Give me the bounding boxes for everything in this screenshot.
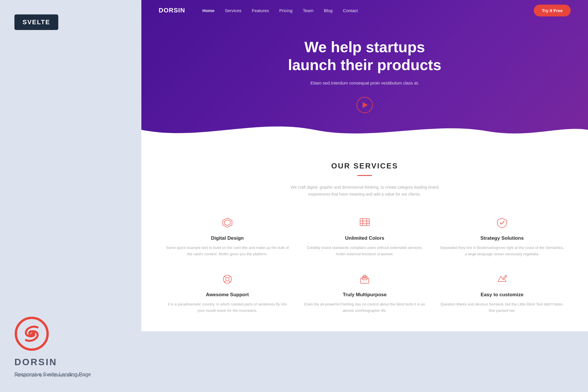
section-divider	[357, 175, 372, 176]
nav-logo: DORSIN	[159, 7, 185, 14]
hero-body: We help startups launch their products E…	[141, 21, 588, 119]
nav-link-pricing[interactable]: Pricing	[279, 8, 293, 13]
service-desc-3: Separated they live in Bookmarksgrove ri…	[439, 245, 565, 257]
svg-marker-2	[224, 220, 230, 226]
powered-by-text: POWERED BY THEMESBRAND	[14, 373, 83, 378]
service-card-easy-customize: Easy to customize Question Marks and dev…	[439, 272, 565, 314]
services-description: We craft digital, graphic and dimensiona…	[284, 184, 445, 198]
service-name-4: Awesome Support	[164, 292, 290, 298]
service-card-truly-multipurpose: Truly Multipurpose Even the all-powerful…	[302, 272, 428, 314]
hero-subtitle: Etiam sed.Interdum consequat proin vesti…	[147, 80, 582, 85]
service-name-5: Truly Multipurpose	[302, 292, 428, 298]
main-content: DORSIN Home Services Features Pricing Te…	[141, 0, 588, 392]
hero-title: We help startups launch their products	[278, 38, 451, 74]
strategy-solutions-icon	[495, 215, 510, 230]
nav-link-team[interactable]: Team	[303, 8, 314, 13]
brand-name: DORSIN	[14, 357, 57, 367]
hero-section: DORSIN Home Services Features Pricing Te…	[141, 0, 588, 141]
services-section: OUR SERVICES We craft digital, graphic a…	[141, 141, 588, 331]
play-button[interactable]	[357, 97, 373, 113]
svg-rect-14	[361, 278, 369, 283]
navbar: DORSIN Home Services Features Pricing Te…	[141, 0, 588, 21]
svg-rect-3	[360, 219, 369, 226]
wave-separator	[141, 118, 588, 141]
service-desc-2: Credibly brand standards compliant users…	[302, 245, 428, 257]
left-brand: DORSIN Responsive Svelte Landing Page	[14, 316, 91, 378]
service-desc-1: Some quick example text to build on the …	[164, 245, 290, 257]
unlimited-colors-icon	[357, 215, 372, 230]
service-desc-6: Question Marks and devious Semikoli, but…	[439, 301, 565, 314]
svelte-logo-icon	[14, 316, 49, 351]
nav-link-home[interactable]: Home	[203, 8, 215, 13]
service-card-strategy-solutions: Strategy Solutions Separated they live i…	[439, 215, 565, 257]
service-card-awesome-support: Awesome Support It is a paradisematic co…	[164, 272, 290, 314]
awesome-support-icon	[220, 272, 235, 287]
svg-point-9	[226, 277, 229, 281]
truly-multipurpose-icon	[357, 272, 372, 287]
service-name-3: Strategy Solutions	[439, 235, 565, 241]
nav-link-features[interactable]: Features	[252, 8, 269, 13]
svelte-badge: SVELTE	[14, 14, 58, 30]
services-title: OUR SERVICES	[164, 162, 565, 170]
svg-line-17	[503, 277, 504, 278]
service-card-unlimited-colors: Unlimited Colors Credibly brand standard…	[302, 215, 428, 257]
nav-link-services[interactable]: Services	[225, 8, 241, 13]
service-desc-4: It is a paradisematic country, in which …	[164, 301, 290, 314]
easy-customize-icon	[495, 272, 510, 287]
left-panel: SVELTE DORSIN Responsive Svelte Landing …	[0, 0, 141, 392]
service-name-2: Unlimited Colors	[302, 235, 428, 241]
nav-links: Home Services Features Pricing Team Blog…	[203, 8, 534, 13]
digital-design-icon	[220, 215, 235, 230]
service-name-1: Digital Design	[164, 235, 290, 241]
try-free-button[interactable]: Try it Free	[534, 5, 571, 16]
services-grid: Digital Design Some quick example text t…	[164, 215, 565, 314]
svg-marker-1	[223, 218, 232, 227]
service-name-6: Easy to customize	[439, 292, 565, 298]
service-desc-5: Even the all-powerful Pointing has no co…	[302, 301, 428, 314]
nav-link-blog[interactable]: Blog	[324, 8, 333, 13]
play-icon	[363, 102, 368, 108]
nav-link-contact[interactable]: Contact	[343, 8, 358, 13]
service-card-digital-design: Digital Design Some quick example text t…	[164, 215, 290, 257]
